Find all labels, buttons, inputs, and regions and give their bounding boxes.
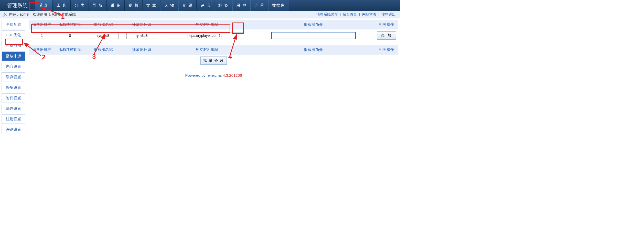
th-actions: 相关操作 <box>375 45 398 54</box>
sidebar-item-cache[interactable]: 缓存设置 <box>2 72 25 82</box>
sidebar-item-attachment[interactable]: 附件设置 <box>2 93 25 103</box>
nav-category[interactable]: 分 类 <box>71 0 89 11</box>
top-nav: 系 统 工 具 分 类 导 航 采 集 视 频 文 章 人 物 专 题 评 论 … <box>35 0 289 11</box>
th-sort: 播放器排序 <box>29 45 55 54</box>
sidebar: 全局配置 URL优化 付费点播 播放来源 内容设置 缓存设置 采集设置 附件设置… <box>0 18 27 137</box>
content-area: 播放器排序 版权跳转时间 播放器名称 播放器标识 独立解析地址 播放器简介 相关… <box>27 18 400 82</box>
version: 4.3.201206 <box>223 73 242 77</box>
input-sort[interactable] <box>35 32 49 39</box>
sidebar-item-collect[interactable]: 采集设置 <box>2 83 25 92</box>
nav-article[interactable]: 文 章 <box>143 0 160 11</box>
th-player-intro: 播放器简介 <box>252 20 375 29</box>
add-button[interactable]: 添 加 <box>377 31 396 40</box>
nav-comment[interactable]: 评 论 <box>197 0 214 11</box>
th-player-intro: 播放器简介 <box>252 45 375 54</box>
link-admin-home[interactable]: 后台首页 <box>343 12 357 16</box>
th-player-name: 播放器名称 <box>85 20 121 29</box>
input-player-intro[interactable] <box>271 32 356 39</box>
sidebar-item-pay[interactable]: 付费点播 <box>2 41 25 50</box>
add-player-table: 播放器排序 版权跳转时间 播放器名称 播放器标识 独立解析地址 播放器简介 相关… <box>29 20 398 42</box>
nav-user[interactable]: 用 户 <box>232 0 250 11</box>
sidebar-item-content[interactable]: 内容设置 <box>2 62 25 71</box>
input-player-name[interactable] <box>88 32 119 39</box>
greeting-bar: 你好：admin，欢迎使用飞飞影视导航系统 清理系统缓存 | 后台首页 | 网站… <box>0 11 400 18</box>
powered-by: Powered by feifeicms <box>185 73 223 77</box>
th-player-name: 播放器名称 <box>85 45 121 54</box>
batch-edit-button[interactable]: 批 量 修 改 <box>200 57 227 65</box>
sidebar-item-comment[interactable]: 评论设置 <box>2 125 25 134</box>
th-player-ident: 播放器标识 <box>121 20 162 29</box>
sidebar-item-register[interactable]: 注册设置 <box>2 114 25 124</box>
input-row: 添 加 <box>29 29 398 42</box>
nav-system[interactable]: 系 统 <box>35 0 53 11</box>
greeting-text: 你好：admin，欢迎使用飞飞影视导航系统 <box>9 12 76 17</box>
input-player-ident[interactable] <box>126 32 157 39</box>
link-logout[interactable]: 注销退出 <box>381 12 396 16</box>
nav-person[interactable]: 人 物 <box>160 0 178 11</box>
footer: Powered by feifeicms 4.3.201206 <box>29 70 398 81</box>
th-jump-time: 版权跳转时间 <box>55 45 85 54</box>
th-actions: 相关操作 <box>375 20 398 29</box>
th-player-ident: 播放器标识 <box>121 45 162 54</box>
top-bar: 管理系统 系 统 工 具 分 类 导 航 采 集 视 频 文 章 人 物 专 题… <box>0 0 400 11</box>
sidebar-item-mail[interactable]: 邮件设置 <box>2 104 25 113</box>
sidebar-item-url[interactable]: URL优化 <box>2 30 25 40</box>
input-parse-url[interactable] <box>170 32 244 39</box>
sidebar-item-player-source[interactable]: 播放来源 <box>2 51 25 61</box>
link-clear-cache[interactable]: 清理系统缓存 <box>316 12 338 16</box>
list-player-table: 播放器排序 版权跳转时间 播放器名称 播放器标识 独立解析地址 播放器简介 相关… <box>29 45 398 67</box>
header-links: 清理系统缓存 | 后台首页 | 网站首页 | 注销退出 <box>315 12 397 17</box>
link-site-home[interactable]: 网站首页 <box>362 12 377 16</box>
nav-tag[interactable]: 标 签 <box>214 0 232 11</box>
nav-topic[interactable]: 专 题 <box>178 0 196 11</box>
input-jump-time[interactable] <box>63 32 77 39</box>
nav-collect[interactable]: 采 集 <box>107 0 125 11</box>
batch-row: 批 量 修 改 <box>29 54 398 67</box>
sidebar-item-global[interactable]: 全局配置 <box>2 20 25 29</box>
th-parse-url: 独立解析地址 <box>162 45 252 54</box>
th-sort: 播放器排序 <box>29 20 55 29</box>
nav-operate[interactable]: 运 营 <box>250 0 268 11</box>
nav-navigation[interactable]: 导 航 <box>89 0 107 11</box>
th-jump-time: 版权跳转时间 <box>55 20 85 29</box>
app-logo: 管理系统 <box>0 2 35 9</box>
nav-tools[interactable]: 工 具 <box>53 0 71 11</box>
th-parse-url: 独立解析地址 <box>162 20 252 29</box>
nav-database[interactable]: 数据库 <box>268 0 289 11</box>
nav-video[interactable]: 视 频 <box>125 0 143 11</box>
rss-icon <box>3 13 7 17</box>
